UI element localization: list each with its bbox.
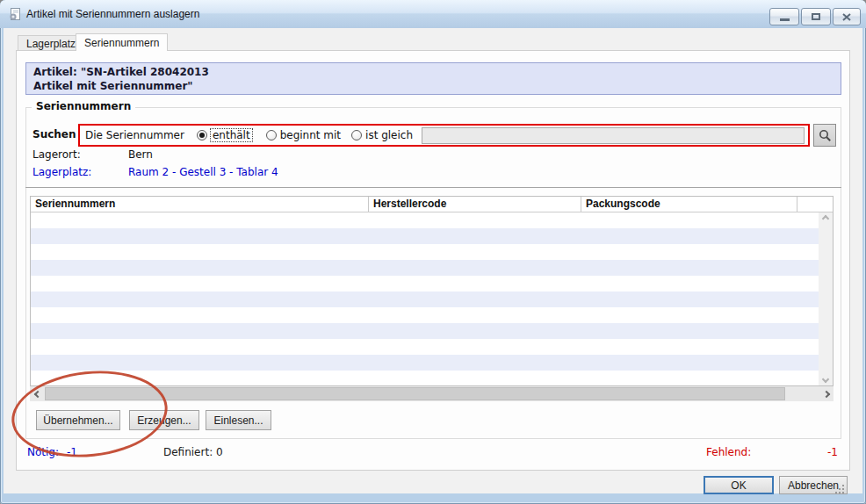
scroll-left-icon	[33, 390, 40, 397]
horizontal-scroll-thumb[interactable]	[45, 387, 785, 400]
ok-button[interactable]: OK	[704, 476, 774, 494]
separator-line	[25, 187, 841, 188]
table-row[interactable]	[31, 228, 833, 244]
table-row[interactable]	[31, 307, 833, 323]
radio-enthaelt-label[interactable]: enthält	[211, 129, 252, 141]
magnifier-icon	[819, 129, 832, 142]
uebernehmen-button[interactable]: Übernehmen...	[36, 410, 120, 430]
radio-ist-gleich[interactable]: ist gleich	[351, 129, 413, 141]
radio-enthaelt[interactable]: enthält	[197, 129, 252, 141]
article-header-box: Artikel: "SN-Artikel 28042013 Artikel mi…	[25, 62, 841, 95]
table-row[interactable]	[31, 323, 833, 339]
search-button[interactable]	[813, 124, 836, 147]
table-row[interactable]	[31, 339, 833, 355]
noetig-value: -1	[67, 446, 77, 458]
column-header-packungscode[interactable]: Packungscode	[581, 197, 797, 212]
search-label: Suchen	[32, 128, 76, 140]
table-row[interactable]	[31, 292, 833, 307]
lagerplatz-label: Lagerplatz:	[32, 166, 91, 178]
vertical-scrollbar[interactable]	[819, 212, 833, 385]
dialog-client-area: Lagerplatz Seriennummern Artikel: "SN-Ar…	[4, 28, 862, 493]
table-row[interactable]	[31, 276, 833, 292]
table-body[interactable]	[31, 212, 833, 385]
radio-beginnt-mit-circle[interactable]	[266, 130, 277, 140]
noetig-label: Nötig:	[27, 446, 59, 458]
horizontal-scrollbar[interactable]	[30, 386, 834, 401]
window-controls	[769, 8, 861, 25]
scroll-left-button[interactable]	[30, 386, 45, 401]
radio-ist-gleich-circle[interactable]	[351, 130, 362, 140]
seriennummern-table: Seriennummern Herstellercode Packungscod…	[30, 196, 834, 386]
column-header-filler	[797, 197, 833, 212]
fehlend-value: -1	[827, 446, 838, 458]
radio-beginnt-mit[interactable]: beginnt mit	[266, 129, 341, 141]
search-prefix-label: Die Seriennummer	[85, 129, 184, 141]
scroll-up-icon[interactable]	[822, 215, 829, 222]
einlesen-button[interactable]: Einlesen...	[206, 410, 271, 430]
table-row[interactable]	[31, 355, 833, 371]
dialog-window: Artikel mit Seriennummern auslagern Lage…	[0, 0, 866, 504]
column-header-seriennummern[interactable]: Seriennummern	[31, 197, 369, 212]
fehlend-label: Fehlend:	[706, 446, 751, 458]
scroll-right-button[interactable]	[819, 386, 834, 401]
minimize-button[interactable]	[769, 8, 799, 25]
close-button[interactable]	[833, 8, 861, 25]
lagerort-value: Bern	[128, 148, 153, 161]
column-header-herstellercode[interactable]: Herstellercode	[369, 197, 581, 212]
minimize-icon	[780, 18, 790, 21]
table-row[interactable]	[31, 212, 833, 228]
article-line2: Artikel mit Seriennummer"	[33, 79, 834, 93]
search-highlight-rect: Die Seriennummer enthält beginnt mit ist…	[78, 124, 810, 147]
table-row[interactable]	[31, 371, 833, 385]
table-row[interactable]	[31, 260, 833, 276]
tab-seriennummern[interactable]: Seriennummern	[76, 33, 168, 51]
table-header-row: Seriennummern Herstellercode Packungscod…	[31, 197, 833, 212]
table-row[interactable]	[31, 244, 833, 260]
article-line1: Artikel: "SN-Artikel 28042013	[33, 65, 834, 79]
groupbox-legend: Seriennummern	[32, 100, 135, 112]
search-input[interactable]	[422, 127, 805, 144]
radio-ist-gleich-label[interactable]: ist gleich	[365, 129, 413, 141]
lagerort-label: Lagerort:	[32, 148, 81, 161]
erzeugen-button[interactable]: Erzeugen...	[129, 410, 199, 430]
document-gear-icon	[8, 7, 22, 21]
radio-enthaelt-circle[interactable]	[197, 130, 207, 140]
close-icon	[842, 13, 851, 21]
radio-beginnt-mit-label[interactable]: beginnt mit	[280, 129, 341, 141]
maximize-icon	[812, 13, 820, 20]
definiert-label: Definiert:	[163, 446, 213, 458]
tab-panel: Artikel: "SN-Artikel 28042013 Artikel mi…	[16, 50, 850, 471]
definiert-value: 0	[216, 446, 223, 458]
resize-grip[interactable]	[834, 481, 845, 492]
maximize-button[interactable]	[801, 8, 831, 25]
title-bar[interactable]: Artikel mit Seriennummern auslagern	[0, 0, 866, 28]
window-title: Artikel mit Seriennummern auslagern	[26, 8, 199, 20]
scroll-right-icon	[822, 390, 829, 397]
scroll-down-icon[interactable]	[822, 376, 829, 383]
lagerplatz-value[interactable]: Raum 2 - Gestell 3 - Tablar 4	[128, 166, 278, 178]
tab-lagerplatz[interactable]: Lagerplatz	[18, 35, 84, 51]
